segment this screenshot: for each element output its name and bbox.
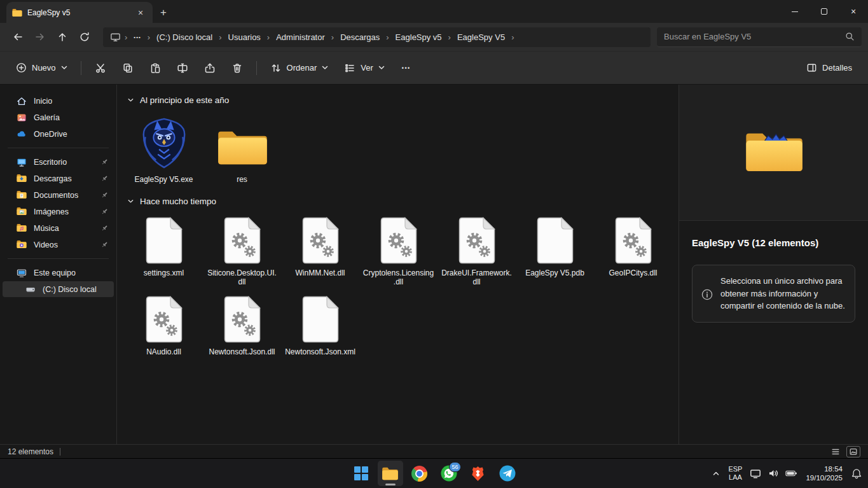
- sidebar-item-label: OneDrive: [34, 130, 67, 139]
- breadcrumb-item[interactable]: Usuarios: [223, 27, 266, 47]
- file-name: WinMM.Net.dll: [295, 268, 345, 278]
- sidebar-item-disco-local[interactable]: (C:) Disco local: [3, 281, 114, 297]
- details-pane-icon: [806, 62, 817, 73]
- sidebar-item-documentos[interactable]: Documentos: [3, 187, 114, 203]
- sidebar-separator: [8, 148, 109, 148]
- minimize-button[interactable]: [780, 0, 809, 23]
- sidebar-item-inicio[interactable]: Inicio: [3, 93, 114, 109]
- language-indicator[interactable]: ESP LAA: [724, 465, 747, 482]
- forward-button[interactable]: [29, 27, 51, 47]
- sidebar-item-label: Documentos: [34, 191, 78, 200]
- details-view-button[interactable]: [829, 446, 843, 457]
- cut-button[interactable]: [88, 57, 113, 79]
- volume-indicator[interactable]: [764, 461, 782, 485]
- file-item[interactable]: NAudio.dll: [125, 290, 203, 360]
- file-item[interactable]: DrakeUI.Framework.dll: [437, 211, 516, 290]
- large-icons-view-button[interactable]: [846, 446, 860, 457]
- breadcrumb-item[interactable]: EagleSpy V5: [451, 27, 511, 47]
- more-options-button[interactable]: •••: [394, 57, 419, 79]
- view-button[interactable]: Ver: [337, 57, 392, 79]
- sidebar-item-descargas[interactable]: Descargas: [3, 171, 114, 186]
- brave-taskbar-button[interactable]: [465, 461, 491, 486]
- windows-logo-icon: [354, 466, 368, 480]
- sidebar-item-onedrive[interactable]: OneDrive: [3, 126, 114, 142]
- chrome-icon: [411, 466, 427, 482]
- start-button[interactable]: [348, 461, 374, 486]
- share-button[interactable]: [197, 57, 223, 79]
- paste-button[interactable]: [142, 57, 168, 79]
- chevron-down-icon: [322, 66, 328, 70]
- address-bar[interactable]: › ••• › (C:) Disco local › Usuarios › Ad…: [103, 27, 651, 47]
- notifications-button[interactable]: [848, 461, 865, 485]
- chevron-down-icon: [127, 198, 134, 205]
- sidebar-item-este-equipo[interactable]: Este equipo: [3, 265, 114, 281]
- language-code: ESP: [728, 465, 742, 473]
- file-name: res: [237, 175, 247, 185]
- chevron-down-icon: [127, 97, 134, 104]
- desktop-screen: EagleSpy v5 × + ×: [0, 0, 868, 488]
- sidebar-item-galeria[interactable]: Galería: [3, 109, 114, 125]
- explorer-tab[interactable]: EagleSpy v5 ×: [6, 2, 153, 23]
- sidebar-item-imagenes[interactable]: Imágenes: [3, 204, 114, 220]
- new-tab-button[interactable]: +: [153, 2, 174, 23]
- breadcrumb-item[interactable]: Administrator: [270, 27, 331, 47]
- eaglespy-exe-icon: [137, 116, 191, 171]
- tab-close-icon[interactable]: ×: [134, 6, 147, 19]
- file-item[interactable]: Siticone.Desktop.UI.dll: [203, 211, 281, 290]
- sort-button[interactable]: Ordenar: [263, 57, 336, 79]
- breadcrumb-item[interactable]: (C:) Disco local: [151, 27, 218, 47]
- details-title: EagleSpy V5 (12 elementos): [692, 237, 855, 248]
- maximize-button[interactable]: [809, 0, 839, 23]
- file-item[interactable]: Cryptolens.Licensing.dll: [359, 211, 437, 290]
- telegram-taskbar-button[interactable]: [495, 461, 520, 486]
- file-item[interactable]: Newtonsoft.Json.dll: [203, 290, 281, 360]
- sidebar-item-label: (C:) Disco local: [43, 285, 97, 294]
- desktop-icon: [17, 157, 27, 167]
- file-item[interactable]: Newtonsoft.Json.xml: [281, 290, 359, 360]
- details-pane-button[interactable]: Detalles: [799, 57, 859, 79]
- search-box[interactable]: [657, 27, 862, 47]
- tray-expand-button[interactable]: [708, 461, 724, 485]
- file-explorer-taskbar-button[interactable]: [378, 461, 403, 486]
- refresh-button[interactable]: [73, 27, 95, 47]
- sidebar-item-videos[interactable]: Videos: [3, 237, 114, 253]
- pin-icon: [100, 207, 109, 216]
- breadcrumb-item[interactable]: Descargas: [334, 27, 385, 47]
- file-item[interactable]: EagleSpy V5.pdb: [516, 211, 594, 290]
- battery-indicator[interactable]: [782, 461, 801, 485]
- file-item[interactable]: WinMM.Net.dll: [281, 211, 359, 290]
- group-title: Hace mucho tiempo: [140, 197, 216, 206]
- drive-icon: [25, 284, 36, 295]
- breadcrumb-item[interactable]: EagleSpy v5: [390, 27, 448, 47]
- chrome-taskbar-button[interactable]: [407, 461, 432, 486]
- new-button[interactable]: Nuevo: [9, 57, 74, 79]
- pin-icon: [100, 224, 109, 232]
- clock[interactable]: 18:54 19/10/2025: [801, 464, 848, 483]
- folder-icon: [12, 8, 22, 17]
- file-item[interactable]: settings.xml: [125, 211, 203, 290]
- file-name: EagleSpy V5.exe: [134, 175, 193, 185]
- rename-button[interactable]: [170, 57, 195, 79]
- file-item[interactable]: res: [203, 110, 281, 188]
- sidebar-item-musica[interactable]: Música: [3, 220, 114, 236]
- search-icon[interactable]: [845, 32, 855, 41]
- breadcrumb-ellipsis[interactable]: •••: [128, 27, 146, 47]
- chevron-right-icon: ›: [385, 32, 389, 42]
- close-button[interactable]: ×: [839, 0, 868, 23]
- navigation-bar: › ••• › (C:) Disco local › Usuarios › Ad…: [0, 23, 868, 51]
- sidebar-item-escritorio[interactable]: Escritorio: [3, 154, 114, 170]
- group-header[interactable]: Hace mucho tiempo: [125, 194, 679, 211]
- file-item[interactable]: EagleSpy V5.exe: [125, 110, 203, 188]
- file-item[interactable]: GeoIPCitys.dll: [594, 211, 672, 290]
- back-button[interactable]: [6, 27, 29, 47]
- downloads-folder-icon: [17, 174, 27, 184]
- delete-button[interactable]: [224, 57, 250, 79]
- command-toolbar: Nuevo Or: [0, 51, 868, 85]
- cast-indicator[interactable]: [747, 461, 764, 485]
- group-header[interactable]: Al principio de este año: [125, 93, 679, 110]
- whatsapp-taskbar-button[interactable]: 56: [436, 461, 462, 486]
- search-input[interactable]: [664, 32, 840, 41]
- onedrive-cloud-icon: [17, 129, 27, 139]
- copy-button[interactable]: [115, 57, 141, 79]
- up-button[interactable]: [51, 27, 73, 47]
